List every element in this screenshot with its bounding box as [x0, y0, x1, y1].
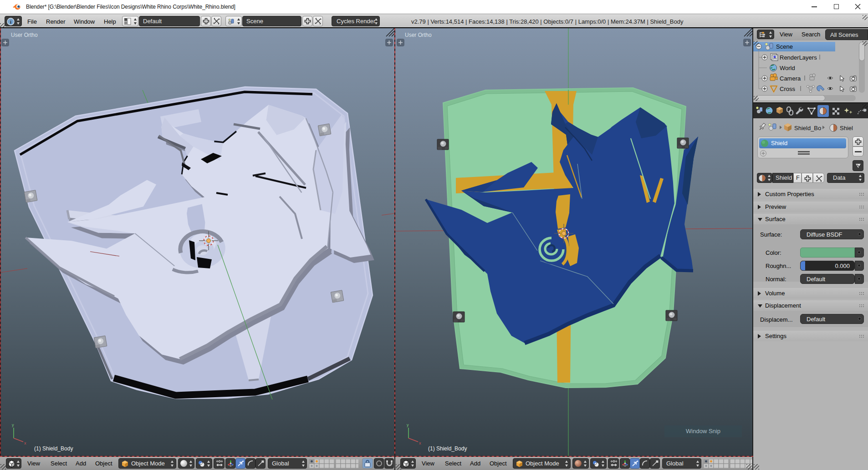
svg-text:y: y	[407, 423, 409, 427]
svg-text:Cross: Cross	[780, 86, 795, 92]
svg-text:x: x	[24, 441, 26, 445]
svg-text:Scene: Scene	[776, 43, 793, 50]
svg-text:World: World	[780, 65, 795, 71]
svg-text:y: y	[12, 423, 14, 427]
svg-text:Camera: Camera	[780, 75, 801, 82]
svg-text:Shiel: Shiel	[840, 125, 853, 131]
svg-text:i: i	[10, 19, 11, 25]
svg-text:Shield_Bo: Shield_Bo	[794, 125, 821, 131]
svg-text:x: x	[419, 441, 421, 445]
svg-text:RenderLayers: RenderLayers	[780, 54, 817, 61]
